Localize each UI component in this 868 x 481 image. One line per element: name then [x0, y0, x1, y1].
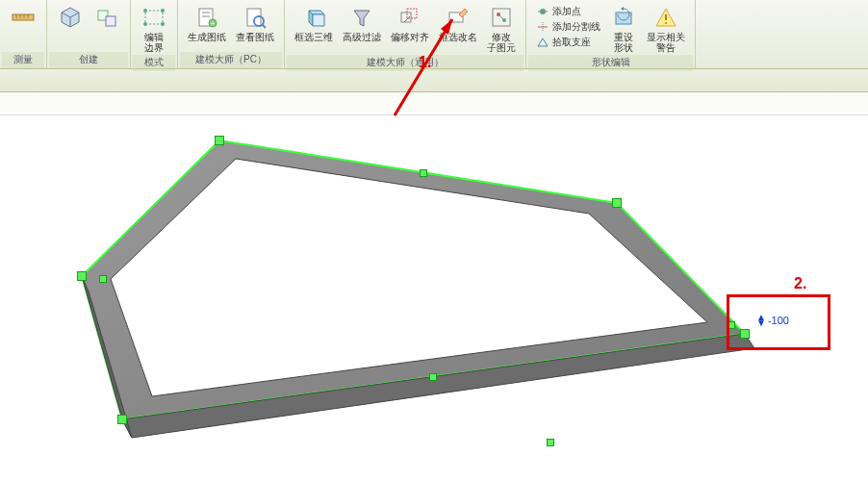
btn-label: 高级过滤: [343, 32, 381, 42]
edge-handle[interactable]: [429, 373, 437, 381]
measure-button[interactable]: [6, 2, 40, 33]
group-label: 測量: [2, 52, 44, 68]
slab-side: [122, 334, 754, 438]
ribbon-group-mode: 编辑 边界 模式: [131, 0, 178, 68]
svg-point-13: [161, 9, 165, 13]
svg-point-12: [143, 9, 147, 13]
create-b-button[interactable]: [89, 2, 124, 33]
group-label: 建模大师（PC）: [180, 52, 282, 68]
reset-shape-button[interactable]: 重设 形状: [606, 2, 641, 55]
pick-support-button[interactable]: 拾取支座: [532, 35, 604, 50]
btn-label: 重设 形状: [614, 32, 633, 53]
dimension-control[interactable]: ▲▼ -100: [756, 315, 789, 326]
btn-label: 添加分割线: [552, 20, 600, 34]
create-a-button[interactable]: [53, 2, 88, 33]
show-warnings-button[interactable]: 显示相关 警告: [643, 2, 689, 55]
btn-label: 查看图纸: [236, 32, 274, 42]
add-point-icon: [536, 5, 549, 18]
svg-point-15: [161, 22, 165, 26]
svg-rect-10: [106, 16, 115, 26]
box-3d-icon: [300, 4, 327, 31]
ribbon-group-measure: 測量: [0, 0, 47, 68]
vertex-handle[interactable]: [612, 198, 622, 208]
svg-marker-43: [621, 7, 624, 11]
group-label: 创建: [49, 52, 128, 68]
ribbon-group-create: 创建: [47, 0, 131, 68]
svg-point-14: [143, 22, 147, 26]
btn-label: 框选改名: [439, 32, 477, 42]
ribbon-group-pc: + 生成图纸 查看图纸 建模大师（PC）: [178, 0, 285, 68]
view-drawing-button[interactable]: 查看图纸: [232, 2, 278, 44]
reset-icon: [610, 4, 637, 31]
svg-marker-26: [313, 14, 324, 26]
btn-label: 显示相关 警告: [647, 32, 685, 53]
split-icon: [536, 20, 549, 34]
warning-icon: [652, 4, 679, 31]
vertex-handle[interactable]: [117, 415, 127, 424]
svg-text:+: +: [211, 19, 216, 28]
view-drawing-icon: [242, 4, 268, 31]
btn-label: 框选三维: [294, 32, 333, 42]
vertex-handle[interactable]: [215, 136, 224, 145]
gen-drawing-button[interactable]: + 生成图纸: [184, 2, 230, 44]
secondary-bar: [0, 92, 868, 115]
slab-inner: [111, 159, 707, 396]
svg-marker-32: [459, 9, 468, 17]
btn-label: 添加点: [552, 5, 581, 18]
offset-icon: [396, 4, 423, 31]
svg-marker-27: [354, 11, 370, 26]
edge-handle[interactable]: [420, 169, 427, 177]
svg-line-23: [262, 24, 266, 28]
slab-side2: [82, 276, 132, 438]
filter-icon: [348, 4, 375, 31]
dim-up-down-icon: ▲▼: [756, 315, 766, 326]
btn-label: 偏移对齐: [391, 32, 429, 42]
viewport-3d[interactable]: 1. 2. ▲▼ -100: [0, 115, 868, 481]
rename-icon: [445, 4, 472, 31]
options-bar: [0, 69, 868, 92]
svg-marker-41: [538, 38, 548, 46]
ruler-icon: [10, 4, 37, 31]
gen-drawing-icon: +: [193, 4, 220, 31]
dimension-value: -100: [768, 315, 789, 326]
annotation-1-label: 1.: [419, 54, 431, 71]
ribbon-group-general: 框选三维 高级过滤 偏移对齐 框选改名: [285, 0, 526, 68]
group-label: 建模大师（通用）: [287, 55, 523, 71]
adv-filter-button[interactable]: 高级过滤: [339, 2, 385, 44]
edit-boundary-button[interactable]: 编辑 边界: [137, 2, 171, 55]
btn-label: 拾取支座: [552, 36, 591, 49]
support-icon: [536, 36, 549, 49]
shapes-icon: [93, 4, 120, 31]
group-label: 模式: [133, 55, 175, 71]
box-3d-button[interactable]: 框选三维: [291, 2, 337, 44]
svg-line-36: [498, 14, 504, 20]
edit-subelement-button[interactable]: 修改 子图元: [483, 2, 520, 55]
svg-rect-0: [13, 14, 34, 20]
box-rename-button[interactable]: 框选改名: [435, 2, 481, 44]
btn-label: 修改 子图元: [487, 32, 516, 53]
svg-point-46: [665, 22, 667, 24]
add-split-button[interactable]: 添加分割线: [532, 19, 604, 35]
vertex-handle[interactable]: [77, 271, 87, 281]
slab-outer[interactable]: [82, 140, 745, 419]
btn-label: 生成图纸: [188, 32, 226, 42]
cube-icon: [57, 4, 84, 31]
add-point-button[interactable]: 添加点: [532, 4, 604, 19]
svg-rect-29: [407, 9, 417, 18]
annotation-2-label: 2.: [794, 275, 806, 292]
btn-label: 编辑 边界: [144, 32, 164, 53]
offset-align-button[interactable]: 偏移对齐: [387, 2, 433, 44]
ribbon-group-shape-edit: 添加点 添加分割线 拾取支座 重设 形状: [526, 0, 696, 68]
edit-sub-icon: [488, 4, 515, 31]
group-label: 形状编辑: [528, 55, 693, 71]
edge-handle[interactable]: [547, 439, 554, 446]
boundary-icon: [140, 4, 167, 31]
ribbon-toolbar: 測量 创建 编辑 边界 模式: [0, 0, 868, 69]
edge-handle[interactable]: [99, 275, 107, 283]
svg-rect-11: [145, 11, 163, 24]
